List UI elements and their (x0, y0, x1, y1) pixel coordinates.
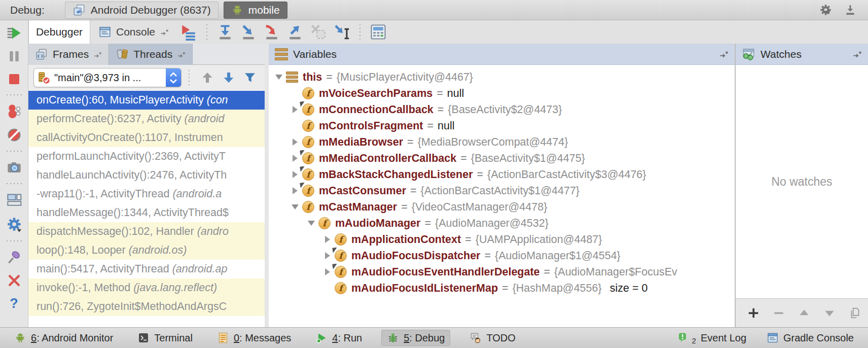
stack-frame-row[interactable]: handleLaunchActivity():2476, ActivityTh (28, 166, 265, 185)
expand-icon[interactable] (288, 187, 302, 194)
step-out-button[interactable] (286, 23, 304, 41)
watches-empty-area: No watches (736, 65, 868, 298)
variable-row[interactable]: f mAudioManager={AudioManager@4532} (269, 215, 735, 231)
resume-button[interactable] (6, 25, 22, 41)
expand-icon[interactable] (320, 236, 335, 243)
variable-row[interactable]: f mAudioFocusIdListenerMap={HashMap@4556… (269, 280, 735, 296)
frames-panel: Frames (28, 44, 265, 327)
mute-breakpoints-button[interactable] (6, 127, 22, 143)
float-window-icon[interactable] (719, 49, 729, 59)
combobox-chevrons-icon[interactable] (166, 68, 181, 87)
previous-frame-button[interactable] (199, 69, 216, 86)
stop-button[interactable] (7, 72, 22, 87)
stack-frame-row[interactable]: loop():148, Looper (android.os) (28, 241, 265, 260)
variable-row[interactable]: this={MusicPlayerActivity@4467} (269, 69, 735, 85)
stack-frame-row[interactable]: performLaunchActivity():2369, ActivityT (28, 147, 265, 166)
debug-label: Debug: (10, 4, 45, 16)
move-watch-up-button[interactable] (798, 306, 811, 320)
variable-row[interactable]: f mControlsFragment=null (269, 118, 735, 134)
show-execution-point-button[interactable] (179, 23, 198, 41)
frames-panel-header: Frames (28, 44, 265, 65)
expand-icon[interactable] (320, 268, 335, 275)
pin-button[interactable] (6, 249, 22, 265)
statusbar-android-monitor[interactable]: 6: Android Monitor (9, 330, 118, 345)
statusbar-gradle-console[interactable]: Gradle Console (762, 330, 859, 345)
run-to-cursor-button[interactable] (333, 23, 351, 41)
stack-frame-row[interactable]: invoke():-1, Method (java.lang.reflect) (28, 279, 265, 297)
variable-row[interactable]: f mMediaControllerCallback={BaseActivity… (269, 150, 735, 166)
stack-frame-row[interactable]: main():5417, ActivityThread (android.ap (28, 260, 265, 279)
step-into-button[interactable] (239, 23, 258, 41)
thread-dump-camera-button[interactable] (6, 159, 22, 176)
duplicate-watch-button[interactable] (848, 306, 861, 320)
move-watch-down-button[interactable] (823, 306, 836, 320)
hide-panel-button[interactable] (844, 4, 857, 17)
tab-console[interactable]: Console (90, 25, 177, 39)
statusbar-run[interactable]: 4: Run (310, 330, 367, 345)
help-button[interactable]: ? (10, 296, 18, 311)
variable-row[interactable]: f mCastManager={VideoCastManager@4478} (269, 199, 735, 215)
variable-row[interactable]: f mAudioFocusDispatcher={AudioManager$1@… (269, 248, 735, 264)
variable-row[interactable]: f mCastConsumer={ActionBarCastActivity$1… (269, 183, 735, 199)
expand-icon[interactable] (288, 155, 302, 162)
variable-row[interactable]: f mBackStackChangedListener={ActionBarCa… (269, 166, 735, 183)
statusbar-todo[interactable]: TODO (464, 330, 520, 345)
close-button[interactable] (7, 273, 22, 288)
float-window-icon[interactable] (852, 49, 862, 59)
stack-frame-row[interactable]: handleMessage():1344, ActivityThread$ (28, 203, 265, 222)
toolbar-separator (7, 240, 22, 241)
tab-threads[interactable]: Threads (108, 44, 193, 65)
field-icon: f (302, 185, 314, 197)
debugger-settings-button[interactable] (6, 216, 23, 233)
statusbar-event-log[interactable]: 2 Event Log (672, 330, 751, 346)
event-log-badge: 2 (692, 336, 696, 345)
next-frame-button[interactable] (220, 69, 237, 86)
tab-frames[interactable]: Frames (28, 44, 108, 65)
statusbar-messages[interactable]: 0: Messages (212, 330, 296, 345)
filter-frames-button[interactable] (241, 69, 259, 86)
force-step-into-button[interactable] (263, 23, 281, 41)
thread-selector-combobox[interactable]: "main"@3,973 in ... (33, 68, 182, 87)
variable-row[interactable]: f mVoiceSearchParams=null (269, 85, 735, 101)
stack-frame-row[interactable]: dispatchMessage():102, Handler (andro (28, 222, 265, 241)
tab-android-debugger[interactable]: Android Debugger (8637) (65, 2, 219, 19)
evaluate-expression-button[interactable] (369, 23, 387, 41)
variables-panel: Variables this={MusicPlayerActivity@4467… (269, 44, 735, 327)
settings-gear-button[interactable] (819, 3, 830, 17)
toolbar-separator (7, 151, 22, 152)
variable-row[interactable]: f mApplicationContext={UAMPApplication@4… (269, 231, 735, 248)
stack-frame-row[interactable]: run():726, ZygoteInit$MethodAndArgsC (28, 297, 265, 316)
stack-frame-row[interactable]: onCreate():60, MusicPlayerActivity (con (28, 91, 265, 110)
messages-icon (217, 332, 229, 344)
event-log-icon (677, 332, 690, 344)
variable-row[interactable]: f mMediaBrowser={MediaBrowserCompat@4474… (269, 134, 735, 150)
stack-frame-row[interactable]: -wrap11():-1, ActivityThread (android.a (28, 185, 265, 203)
remove-watch-button[interactable] (772, 306, 785, 320)
collapse-icon[interactable] (288, 204, 302, 210)
add-watch-button[interactable] (747, 306, 760, 320)
statusbar-debug[interactable]: 5: Debug (381, 330, 450, 346)
variable-row[interactable]: f mAudioFocusEventHandlerDelegate={Audio… (269, 264, 735, 280)
float-window-icon (160, 27, 169, 37)
debug-icon (387, 332, 399, 344)
tab-mobile[interactable]: mobile (224, 2, 287, 19)
expand-icon[interactable] (288, 106, 302, 113)
statusbar-terminal[interactable]: Terminal (132, 330, 198, 345)
expand-icon[interactable] (320, 252, 335, 259)
collapse-icon[interactable] (272, 75, 286, 80)
expand-icon[interactable] (288, 138, 302, 146)
view-breakpoints-button[interactable] (6, 103, 22, 119)
drop-frame-button[interactable] (309, 23, 328, 41)
variable-row[interactable]: f mConnectionCallback={BaseActivity$2@44… (269, 101, 735, 118)
panel-splitter[interactable] (265, 44, 269, 327)
tab-debugger[interactable]: Debugger (28, 20, 90, 44)
collapse-icon[interactable] (304, 221, 318, 226)
pause-button[interactable] (7, 49, 22, 64)
restore-layout-button[interactable] (6, 192, 22, 208)
expand-icon[interactable] (288, 171, 302, 178)
stack-frame-row[interactable]: performCreate():6237, Activity (android (28, 110, 265, 128)
field-icon: f (335, 233, 347, 246)
stack-frame-row[interactable]: callActivityOnCreate():1107, Instrumen (28, 128, 265, 147)
step-over-button[interactable] (216, 23, 234, 41)
field-icon: f (302, 120, 314, 132)
